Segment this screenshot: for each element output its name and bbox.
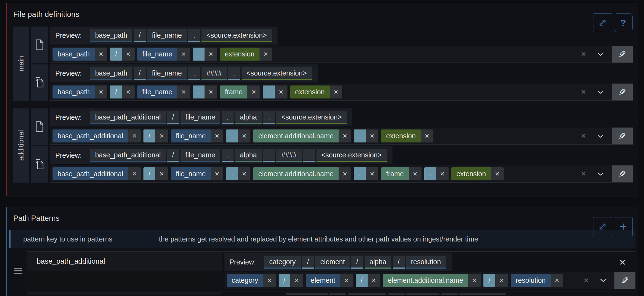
chip-remove-icon[interactable]: ✕ bbox=[122, 85, 135, 98]
chip-remove-icon[interactable]: ✕ bbox=[275, 85, 287, 98]
path-token-chip[interactable]: extension✕ bbox=[381, 129, 433, 142]
chip-remove-icon[interactable]: ✕ bbox=[238, 167, 251, 180]
path-token-chip[interactable]: file_name✕ bbox=[171, 167, 223, 180]
path-token-chip[interactable]: .✕ bbox=[226, 129, 251, 142]
path-token-chip[interactable]: element.additional.name✕ bbox=[253, 129, 351, 142]
chip-remove-icon[interactable]: ✕ bbox=[468, 274, 481, 287]
path-token-chip[interactable]: frame✕ bbox=[220, 85, 260, 98]
path-token-chip[interactable]: .✕ bbox=[424, 167, 449, 180]
path-token-chip[interactable]: file_name✕ bbox=[137, 85, 190, 98]
chip-remove-icon[interactable]: ✕ bbox=[211, 129, 223, 142]
chip-remove-icon[interactable]: ✕ bbox=[247, 85, 260, 98]
path-token-chip[interactable]: /✕ bbox=[110, 85, 135, 98]
clear-all-icon[interactable]: ✕ bbox=[581, 170, 586, 178]
expand-panel-button[interactable] bbox=[593, 217, 612, 236]
chip-remove-icon[interactable]: ✕ bbox=[177, 48, 190, 61]
path-token-chip[interactable]: .✕ bbox=[354, 167, 378, 180]
remove-row-icon[interactable]: ✕ bbox=[619, 258, 626, 267]
path-token-chip[interactable]: file_name✕ bbox=[137, 48, 190, 61]
path-token-chip[interactable]: .✕ bbox=[193, 48, 217, 61]
chip-remove-icon[interactable]: ✕ bbox=[339, 167, 351, 180]
chip-remove-icon[interactable]: ✕ bbox=[330, 85, 342, 98]
chip-remove-icon[interactable]: ✕ bbox=[436, 167, 449, 180]
chip-remove-icon[interactable]: ✕ bbox=[95, 48, 108, 61]
path-token-chip[interactable]: .✕ bbox=[354, 129, 378, 142]
chip-remove-icon[interactable]: ✕ bbox=[366, 167, 378, 180]
chip-remove-icon[interactable]: ✕ bbox=[409, 167, 422, 180]
preview-token: . bbox=[222, 149, 234, 162]
clear-all-icon[interactable]: ✕ bbox=[581, 88, 586, 96]
path-chips-select[interactable]: base_path_additional✕/✕file_name✕.✕eleme… bbox=[50, 128, 612, 144]
path-chips-select[interactable]: base_path✕/✕file_name✕.✕extension✕ ✕ bbox=[50, 46, 612, 63]
chevron-down-icon[interactable] bbox=[597, 52, 604, 56]
chip-remove-icon[interactable]: ✕ bbox=[290, 274, 303, 287]
chip-remove-icon[interactable]: ✕ bbox=[421, 129, 433, 142]
path-token-chip[interactable]: resolution✕ bbox=[511, 274, 563, 287]
path-chips-select[interactable]: category✕/✕element✕/✕element.additional.… bbox=[224, 272, 614, 289]
edit-button[interactable]: ✎ bbox=[612, 165, 633, 182]
help-button[interactable]: ? bbox=[614, 13, 633, 32]
chip-remove-icon[interactable]: ✕ bbox=[339, 129, 351, 142]
edit-button[interactable]: ✎ bbox=[612, 46, 633, 63]
chip-remove-icon[interactable]: ✕ bbox=[122, 48, 135, 61]
expand-panel-button[interactable] bbox=[593, 13, 612, 32]
path-token-chip[interactable]: element.additional.name✕ bbox=[253, 167, 351, 180]
path-token-chip[interactable]: element.additional.name✕ bbox=[383, 274, 481, 287]
clear-all-icon[interactable]: ✕ bbox=[581, 132, 586, 140]
chip-remove-icon[interactable]: ✕ bbox=[368, 274, 380, 287]
path-token-chip[interactable]: base_path✕ bbox=[53, 85, 107, 98]
path-token-chip[interactable]: /✕ bbox=[279, 274, 303, 287]
path-token-chip[interactable]: category✕ bbox=[227, 274, 276, 287]
chip-remove-icon[interactable]: ✕ bbox=[205, 48, 217, 61]
chip-remove-icon[interactable]: ✕ bbox=[263, 274, 276, 287]
path-token-chip[interactable]: /✕ bbox=[143, 129, 168, 142]
path-token-chip[interactable]: /✕ bbox=[356, 274, 380, 287]
chevron-down-icon[interactable] bbox=[597, 134, 604, 138]
path-chips-select[interactable]: base_path_additional✕/✕file_name✕.✕eleme… bbox=[50, 165, 612, 182]
drag-handle-icon[interactable] bbox=[14, 268, 22, 274]
chip-remove-icon[interactable]: ✕ bbox=[211, 167, 223, 180]
edit-button[interactable]: ✎ bbox=[612, 128, 633, 144]
path-token-chip[interactable]: file_name✕ bbox=[171, 129, 223, 142]
chevron-down-icon[interactable] bbox=[600, 279, 607, 282]
chip-remove-icon[interactable]: ✕ bbox=[155, 167, 168, 180]
edit-button[interactable]: ✎ bbox=[612, 84, 633, 100]
path-token-chip[interactable]: /✕ bbox=[483, 274, 508, 287]
add-pattern-button[interactable]: + bbox=[614, 217, 633, 236]
path-token-chip[interactable]: base_path✕ bbox=[53, 48, 107, 61]
chip-remove-icon[interactable]: ✕ bbox=[238, 129, 251, 142]
path-token-chip[interactable]: base_path_additional✕ bbox=[53, 167, 141, 180]
chip-remove-icon[interactable]: ✕ bbox=[495, 274, 508, 287]
path-token-chip[interactable]: /✕ bbox=[143, 167, 168, 180]
path-token-chip[interactable]: .✕ bbox=[193, 85, 217, 98]
chip-remove-icon[interactable]: ✕ bbox=[155, 129, 168, 142]
chevron-down-icon[interactable] bbox=[597, 90, 604, 94]
path-token-chip[interactable]: .✕ bbox=[263, 85, 287, 98]
path-token-chip[interactable]: extension✕ bbox=[220, 48, 272, 61]
chip-remove-icon[interactable]: ✕ bbox=[205, 85, 217, 98]
edit-button[interactable]: ✎ bbox=[614, 272, 635, 289]
chip-remove-icon[interactable]: ✕ bbox=[551, 274, 563, 287]
path-token-chip[interactable]: base_path_additional✕ bbox=[53, 129, 141, 142]
path-token-chip[interactable]: .✕ bbox=[226, 167, 251, 180]
clear-all-icon[interactable]: ✕ bbox=[583, 277, 589, 284]
path-token-chip[interactable]: extension✕ bbox=[451, 167, 504, 180]
chip-remove-icon[interactable]: ✕ bbox=[95, 85, 108, 98]
chip-remove-icon[interactable]: ✕ bbox=[177, 85, 190, 98]
chip-remove-icon[interactable]: ✕ bbox=[128, 129, 141, 142]
preview-token: file_name bbox=[180, 149, 220, 162]
path-token-chip[interactable]: element✕ bbox=[306, 274, 353, 287]
chip-remove-icon[interactable]: ✕ bbox=[340, 274, 353, 287]
pattern-key-field[interactable]: base_path_additional bbox=[27, 252, 222, 271]
chip-remove-icon[interactable]: ✕ bbox=[366, 129, 378, 142]
path-token-chip[interactable]: extension✕ bbox=[290, 85, 342, 98]
path-token-chip[interactable]: frame✕ bbox=[381, 167, 422, 180]
chip-remove-icon[interactable]: ✕ bbox=[491, 167, 504, 180]
chip-remove-icon[interactable]: ✕ bbox=[128, 167, 141, 180]
chevron-down-icon[interactable] bbox=[597, 172, 604, 176]
path-chips-select[interactable]: base_path✕/✕file_name✕.✕frame✕.✕extensio… bbox=[50, 84, 612, 100]
chip-remove-icon[interactable]: ✕ bbox=[260, 48, 272, 61]
pattern-key-empty-cell bbox=[27, 271, 222, 290]
path-token-chip[interactable]: /✕ bbox=[110, 48, 135, 61]
clear-all-icon[interactable]: ✕ bbox=[581, 50, 586, 58]
